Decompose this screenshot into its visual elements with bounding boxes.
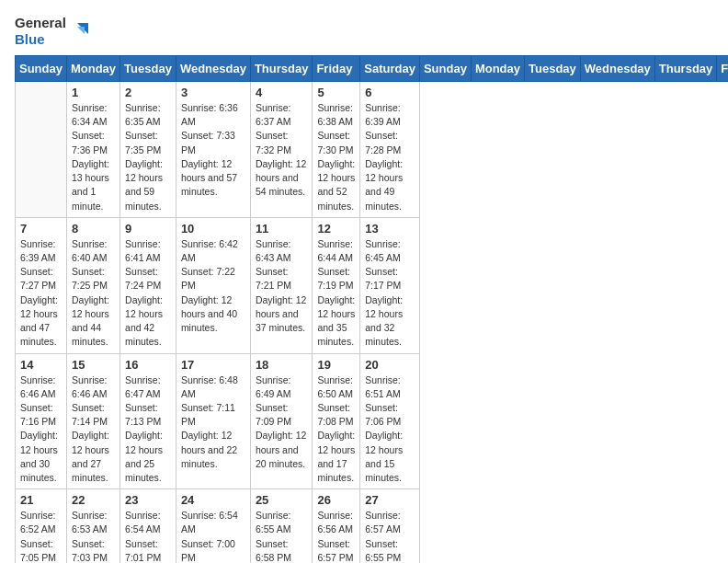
- calendar-cell: 25Sunrise: 6:55 AMSunset: 6:58 PMDayligh…: [250, 489, 313, 563]
- calendar-cell: 14Sunrise: 6:46 AMSunset: 7:16 PMDayligh…: [16, 353, 67, 489]
- day-info: Sunrise: 6:36 AMSunset: 7:33 PMDaylight:…: [181, 101, 245, 200]
- calendar-cell: 26Sunrise: 6:56 AMSunset: 6:57 PMDayligh…: [313, 489, 360, 563]
- calendar-cell: 18Sunrise: 6:49 AMSunset: 7:09 PMDayligh…: [250, 353, 313, 489]
- day-number: 1: [72, 86, 115, 99]
- weekday-wednesday: Wednesday: [580, 56, 654, 82]
- day-number: 15: [72, 358, 115, 372]
- day-number: 3: [181, 86, 245, 99]
- day-info: Sunrise: 6:45 AMSunset: 7:17 PMDaylight:…: [365, 237, 415, 350]
- day-number: 4: [256, 86, 308, 99]
- calendar-cell: 17Sunrise: 6:48 AMSunset: 7:11 PMDayligh…: [176, 353, 250, 489]
- calendar-cell: 23Sunrise: 6:54 AMSunset: 7:01 PMDayligh…: [120, 489, 176, 563]
- svg-marker-1: [77, 27, 85, 34]
- week-row-3: 14Sunrise: 6:46 AMSunset: 7:16 PMDayligh…: [16, 353, 729, 489]
- weekday-friday: Friday: [717, 56, 728, 82]
- day-info: Sunrise: 6:41 AMSunset: 7:24 PMDaylight:…: [125, 237, 171, 350]
- weekday-monday: Monday: [471, 56, 524, 82]
- calendar-cell: 20Sunrise: 6:51 AMSunset: 7:06 PMDayligh…: [360, 353, 420, 489]
- day-number: 7: [20, 222, 62, 236]
- weekday-tuesday: Tuesday: [525, 56, 581, 82]
- calendar-cell: 22Sunrise: 6:53 AMSunset: 7:03 PMDayligh…: [66, 489, 119, 563]
- day-info: Sunrise: 6:34 AMSunset: 7:36 PMDaylight:…: [72, 101, 115, 213]
- logo-blue: Blue: [15, 31, 45, 48]
- day-info: Sunrise: 6:53 AMSunset: 7:03 PMDaylight:…: [72, 509, 115, 563]
- day-info: Sunrise: 6:40 AMSunset: 7:25 PMDaylight:…: [72, 237, 115, 350]
- day-number: 14: [20, 358, 62, 372]
- day-info: Sunrise: 6:35 AMSunset: 7:35 PMDaylight:…: [125, 101, 171, 213]
- day-number: 5: [317, 86, 355, 99]
- weekday-header-monday: Monday: [66, 56, 119, 82]
- weekday-header-row: SundayMondayTuesdayWednesdayThursdayFrid…: [16, 56, 729, 82]
- logo: General Blue: [15, 15, 88, 48]
- day-info: Sunrise: 6:47 AMSunset: 7:13 PMDaylight:…: [125, 373, 171, 486]
- day-info: Sunrise: 6:39 AMSunset: 7:28 PMDaylight:…: [365, 101, 415, 213]
- calendar-cell: 5Sunrise: 6:38 AMSunset: 7:30 PMDaylight…: [313, 82, 360, 218]
- page-header: General Blue: [15, 15, 713, 48]
- day-info: Sunrise: 6:39 AMSunset: 7:27 PMDaylight:…: [20, 237, 62, 350]
- day-number: 19: [317, 358, 355, 372]
- calendar-cell: 21Sunrise: 6:52 AMSunset: 7:05 PMDayligh…: [16, 489, 67, 563]
- day-info: Sunrise: 6:54 AMSunset: 7:00 PMDaylight:…: [181, 509, 245, 563]
- weekday-header-wednesday: Wednesday: [176, 56, 250, 82]
- calendar-cell: 1Sunrise: 6:34 AMSunset: 7:36 PMDaylight…: [66, 82, 119, 218]
- day-info: Sunrise: 6:46 AMSunset: 7:16 PMDaylight:…: [20, 373, 62, 486]
- day-number: 18: [256, 358, 308, 372]
- calendar-cell: 16Sunrise: 6:47 AMSunset: 7:13 PMDayligh…: [120, 353, 176, 489]
- day-number: 13: [365, 222, 415, 236]
- day-info: Sunrise: 6:50 AMSunset: 7:08 PMDaylight:…: [317, 373, 355, 486]
- weekday-header-friday: Friday: [313, 56, 360, 82]
- calendar-cell: [16, 82, 67, 218]
- day-info: Sunrise: 6:42 AMSunset: 7:22 PMDaylight:…: [181, 237, 245, 336]
- week-row-1: 1Sunrise: 6:34 AMSunset: 7:36 PMDaylight…: [16, 82, 729, 218]
- calendar-cell: 3Sunrise: 6:36 AMSunset: 7:33 PMDaylight…: [176, 82, 250, 218]
- day-number: 16: [125, 358, 171, 372]
- day-number: 12: [317, 222, 355, 236]
- calendar-cell: 4Sunrise: 6:37 AMSunset: 7:32 PMDaylight…: [250, 82, 313, 218]
- weekday-header-sunday: Sunday: [16, 56, 67, 82]
- day-info: Sunrise: 6:56 AMSunset: 6:57 PMDaylight:…: [317, 509, 355, 563]
- calendar-cell: 6Sunrise: 6:39 AMSunset: 7:28 PMDaylight…: [360, 82, 420, 218]
- weekday-sunday: Sunday: [419, 56, 471, 82]
- calendar-cell: 15Sunrise: 6:46 AMSunset: 7:14 PMDayligh…: [66, 353, 119, 489]
- day-info: Sunrise: 6:49 AMSunset: 7:09 PMDaylight:…: [256, 373, 308, 472]
- day-info: Sunrise: 6:55 AMSunset: 6:58 PMDaylight:…: [256, 509, 308, 563]
- day-number: 11: [256, 222, 308, 236]
- day-info: Sunrise: 6:38 AMSunset: 7:30 PMDaylight:…: [317, 101, 355, 213]
- weekday-thursday: Thursday: [654, 56, 717, 82]
- calendar-cell: 7Sunrise: 6:39 AMSunset: 7:27 PMDaylight…: [16, 217, 67, 353]
- logo-arrow-icon: [68, 21, 88, 41]
- calendar-table: SundayMondayTuesdayWednesdayThursdayFrid…: [15, 55, 728, 563]
- day-info: Sunrise: 6:44 AMSunset: 7:19 PMDaylight:…: [317, 237, 355, 350]
- calendar-cell: 12Sunrise: 6:44 AMSunset: 7:19 PMDayligh…: [313, 217, 360, 353]
- day-number: 23: [125, 493, 171, 507]
- calendar-cell: 2Sunrise: 6:35 AMSunset: 7:35 PMDaylight…: [120, 82, 176, 218]
- calendar-cell: 27Sunrise: 6:57 AMSunset: 6:55 PMDayligh…: [360, 489, 420, 563]
- week-row-2: 7Sunrise: 6:39 AMSunset: 7:27 PMDaylight…: [16, 217, 729, 353]
- day-info: Sunrise: 6:46 AMSunset: 7:14 PMDaylight:…: [72, 373, 115, 486]
- day-number: 17: [181, 358, 245, 372]
- logo-general: General: [15, 15, 66, 31]
- day-info: Sunrise: 6:51 AMSunset: 7:06 PMDaylight:…: [365, 373, 415, 486]
- calendar-cell: 8Sunrise: 6:40 AMSunset: 7:25 PMDaylight…: [66, 217, 119, 353]
- day-info: Sunrise: 6:48 AMSunset: 7:11 PMDaylight:…: [181, 373, 245, 472]
- day-info: Sunrise: 6:37 AMSunset: 7:32 PMDaylight:…: [256, 101, 308, 200]
- day-info: Sunrise: 6:54 AMSunset: 7:01 PMDaylight:…: [125, 509, 171, 563]
- day-number: 24: [181, 493, 245, 507]
- day-number: 9: [125, 222, 171, 236]
- day-info: Sunrise: 6:43 AMSunset: 7:21 PMDaylight:…: [256, 237, 308, 336]
- day-number: 26: [317, 493, 355, 507]
- week-row-4: 21Sunrise: 6:52 AMSunset: 7:05 PMDayligh…: [16, 489, 729, 563]
- day-info: Sunrise: 6:52 AMSunset: 7:05 PMDaylight:…: [20, 509, 62, 563]
- day-number: 8: [72, 222, 115, 236]
- weekday-header-thursday: Thursday: [250, 56, 313, 82]
- weekday-header-tuesday: Tuesday: [120, 56, 176, 82]
- day-number: 10: [181, 222, 245, 236]
- day-number: 25: [256, 493, 308, 507]
- calendar-cell: 13Sunrise: 6:45 AMSunset: 7:17 PMDayligh…: [360, 217, 420, 353]
- day-number: 27: [365, 493, 415, 507]
- calendar-cell: 10Sunrise: 6:42 AMSunset: 7:22 PMDayligh…: [176, 217, 250, 353]
- day-info: Sunrise: 6:57 AMSunset: 6:55 PMDaylight:…: [365, 509, 415, 563]
- day-number: 20: [365, 358, 415, 372]
- day-number: 21: [20, 493, 62, 507]
- calendar-cell: 11Sunrise: 6:43 AMSunset: 7:21 PMDayligh…: [250, 217, 313, 353]
